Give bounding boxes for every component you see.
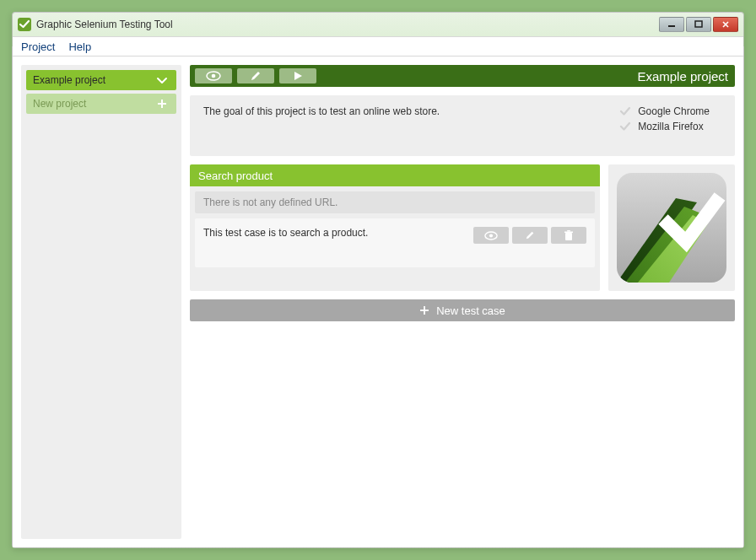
browser-label: Mozilla Firefox [638, 121, 703, 132]
trash-icon [564, 230, 574, 241]
chevron-down-icon [154, 73, 170, 88]
browser-list: Google Chrome Mozilla Firefox [619, 105, 725, 146]
svg-rect-2 [695, 21, 702, 27]
eye-icon [484, 231, 498, 240]
app-icon [18, 18, 31, 31]
svg-rect-11 [565, 233, 572, 240]
testcase-body: This test case is to search a product. [195, 218, 595, 267]
svg-rect-13 [567, 230, 570, 232]
new-test-case-label: New test case [436, 304, 505, 317]
menubar: Project Help [13, 36, 743, 57]
content-area: Example project New project [13, 57, 743, 547]
testcase-url-bar: There is not any defined URL. [195, 191, 595, 213]
svg-rect-12 [564, 231, 573, 233]
app-window: Graphic Selenium Testing Tool Project He… [12, 12, 744, 548]
browser-firefox: Mozilla Firefox [619, 121, 710, 132]
testcase-header[interactable]: Search product [190, 164, 600, 186]
description-panel: The goal of this project is to test an o… [190, 95, 735, 156]
view-button[interactable] [195, 68, 232, 83]
pencil-icon [525, 230, 535, 240]
svg-point-8 [212, 74, 216, 78]
testcase-panel: Search product There is not any defined … [190, 164, 600, 291]
pencil-icon [250, 70, 262, 82]
window-title: Graphic Selenium Testing Tool [36, 19, 173, 30]
testcase-view-button[interactable] [473, 227, 509, 244]
testcase-url-message: There is not any defined URL. [203, 197, 338, 208]
plus-icon [419, 305, 429, 315]
sidebar-item-label: New project [33, 98, 86, 110]
svg-point-10 [489, 234, 493, 237]
menu-project[interactable]: Project [21, 40, 55, 53]
close-button[interactable] [713, 17, 738, 32]
menu-help[interactable]: Help [68, 40, 91, 53]
testcase-actions [473, 227, 586, 259]
sidebar: Example project New project [21, 65, 181, 539]
new-test-case-button[interactable]: New test case [190, 299, 735, 321]
window-controls [659, 17, 738, 32]
eye-icon [206, 71, 221, 81]
check-icon [619, 105, 631, 117]
sidebar-item-new-project[interactable]: New project [26, 94, 176, 114]
project-description: The goal of this project is to test an o… [200, 105, 602, 146]
plus-icon [154, 96, 170, 111]
titlebar[interactable]: Graphic Selenium Testing Tool [13, 13, 743, 36]
browser-chrome: Google Chrome [619, 105, 710, 117]
check-icon [619, 121, 631, 132]
app-logo-panel [608, 164, 735, 291]
testcase-edit-button[interactable] [512, 227, 548, 244]
browser-label: Google Chrome [638, 105, 710, 117]
testcase-title: Search product [198, 170, 273, 182]
testcase-delete-button[interactable] [551, 227, 586, 244]
play-icon [293, 71, 303, 81]
testcase-description: This test case is to search a product. [203, 227, 465, 259]
minimize-button[interactable] [659, 17, 684, 32]
main-panel: Example project The goal of this project… [190, 65, 735, 539]
edit-button[interactable] [237, 68, 274, 83]
app-logo [617, 173, 726, 283]
project-title: Example project [637, 69, 728, 83]
testcase-section: Search product There is not any defined … [190, 164, 735, 291]
play-button[interactable] [279, 68, 316, 83]
sidebar-item-example-project[interactable]: Example project [26, 70, 176, 90]
project-header: Example project [190, 65, 735, 87]
maximize-button[interactable] [686, 17, 711, 32]
sidebar-item-label: Example project [33, 74, 105, 86]
